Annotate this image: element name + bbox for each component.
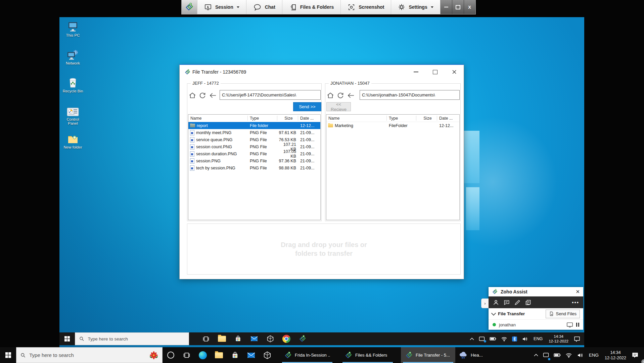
screen-share-icon[interactable] — [541, 347, 551, 363]
taskbar-app-files-folders[interactable]: Files && Folders — [340, 347, 395, 363]
action-center-icon[interactable]: 4 — [629, 347, 644, 363]
send-button[interactable]: Send >> — [293, 102, 321, 111]
cortana-button[interactable] — [163, 347, 179, 363]
remote-chrome-button[interactable] — [278, 332, 294, 345]
chat-button[interactable] — [503, 299, 510, 306]
wifi-icon[interactable] — [499, 332, 510, 345]
local-search-input[interactable] — [29, 352, 146, 358]
file-row[interactable]: session.PNG PNG File 97.36 KB 21-09... — [188, 157, 320, 164]
tray-chevron-up-icon[interactable] — [532, 347, 541, 363]
toolbar-minimize-button[interactable] — [441, 0, 452, 14]
remote-search-box[interactable] — [75, 332, 189, 345]
file-row[interactable]: monthly meet.PNG PNG File 97.61 KB 21-09… — [188, 129, 320, 136]
remote-zoho-assist-button[interactable] — [294, 332, 311, 345]
receive-button[interactable]: << Recieve — [326, 102, 351, 111]
speaker-icon[interactable] — [574, 347, 586, 363]
toolbar-close-button[interactable]: X — [464, 0, 475, 14]
dialog-maximize-button[interactable] — [431, 69, 439, 75]
home-button[interactable] — [188, 91, 196, 99]
drag-drop-zone[interactable]: Drag and drop your files or folders to t… — [187, 224, 461, 275]
local-path-input[interactable] — [220, 90, 321, 100]
widget-collapse-tab[interactable]: › — [481, 298, 489, 308]
annotate-button[interactable] — [514, 299, 521, 306]
toolbar-session-button[interactable]: Session — [197, 0, 246, 14]
assist-logo-tile[interactable] — [182, 0, 197, 14]
file-row[interactable]: session duration.PNG PNG File 107.05 KB … — [188, 150, 320, 157]
desktop-icon-this-pc[interactable]: This PC — [62, 19, 84, 37]
taskbar-app-frida-session[interactable]: Frida In-Session ... — [280, 347, 334, 363]
local-clock[interactable]: 14:34 12-12-2022 — [602, 350, 629, 361]
participants-button[interactable] — [493, 299, 499, 306]
local-store-button[interactable] — [227, 347, 243, 363]
toolbar-chat-button[interactable]: Chat — [246, 0, 282, 14]
refresh-button[interactable] — [198, 91, 206, 99]
monitor-icon[interactable] — [566, 322, 573, 328]
dialog-minimize-button[interactable] — [412, 69, 420, 75]
tray-chevron-up-icon[interactable] — [467, 332, 476, 345]
pause-button[interactable] — [576, 323, 579, 327]
local-language-indicator[interactable]: ENG — [586, 353, 602, 358]
remote-task-view-button[interactable] — [198, 332, 214, 345]
desktop-icon-recycle-bin[interactable]: Recycle Bin — [62, 75, 84, 93]
column-header-size[interactable]: Size — [416, 116, 437, 121]
back-button[interactable] — [209, 91, 217, 99]
back-button[interactable] — [347, 91, 355, 99]
file-row[interactable]: tech by session.PNG PNG File 98.88 KB 21… — [188, 164, 320, 171]
toolbar-screenshot-button[interactable]: Screenshot — [340, 0, 391, 14]
desktop-icon-new-folder[interactable]: New folder — [62, 131, 84, 149]
local-file-explorer-button[interactable] — [211, 347, 227, 363]
refresh-button[interactable] — [336, 91, 344, 99]
wifi-icon[interactable] — [563, 347, 574, 363]
remote-mail-button[interactable] — [246, 332, 262, 345]
file-row[interactable]: session count.PNG PNG File 107.21 KB 21-… — [188, 143, 320, 150]
column-header-name[interactable]: Name — [326, 116, 387, 121]
bluetooth-icon[interactable] — [510, 332, 519, 345]
remote-file-explorer-button[interactable] — [214, 332, 230, 345]
toolbar-settings-button[interactable]: Settings — [391, 0, 440, 14]
clipboard-button[interactable] — [525, 299, 532, 306]
desktop-icon-control-panel[interactable]: Control Panel — [62, 104, 84, 125]
remote-search-input[interactable] — [87, 336, 185, 342]
remote-start-button[interactable] — [59, 332, 75, 345]
speaker-icon[interactable] — [519, 332, 531, 345]
weather-widget-button[interactable]: Hea... — [455, 347, 486, 363]
toolbar-maximize-button[interactable] — [452, 0, 464, 14]
toolbar-files-folders-button[interactable]: Files & Folders — [282, 0, 340, 14]
toolbar-screenshot-label: Screenshot — [359, 4, 384, 10]
local-start-button[interactable] — [0, 347, 16, 363]
file-row[interactable]: Marketing FileFolder 12-12... — [326, 122, 459, 129]
file-row[interactable]: service queue.PNG PNG File 76.53 KB 21-0… — [188, 136, 320, 143]
remote-clock[interactable]: 14:34 12-12-2022 — [546, 334, 571, 344]
column-header-date[interactable]: Date ... — [437, 116, 459, 121]
desktop-icon-network[interactable]: Network — [62, 47, 84, 65]
more-options-icon[interactable]: ••• — [572, 301, 579, 304]
file-row[interactable]: report File folder 12-12... — [188, 122, 320, 129]
gear-icon — [398, 3, 405, 11]
screen-share-icon[interactable] — [476, 332, 487, 345]
dialog-title-bar[interactable]: File Transfer - 123456789 — [180, 65, 464, 79]
dialog-close-button[interactable] — [451, 69, 458, 75]
column-header-name[interactable]: Name — [188, 116, 248, 121]
widget-title: Zoho Assist — [501, 289, 573, 294]
edge-button[interactable] — [195, 347, 211, 363]
column-header-date[interactable]: Date ... — [298, 116, 320, 121]
action-center-icon[interactable] — [571, 332, 584, 345]
taskbar-app-file-transfer[interactable]: File Transfer - 5... — [401, 347, 455, 363]
local-search-box[interactable] — [16, 347, 163, 363]
local-3d-viewer-button[interactable] — [259, 347, 275, 363]
local-task-view-button[interactable] — [179, 347, 195, 363]
send-files-button[interactable]: Send Files — [546, 310, 580, 318]
home-button[interactable] — [326, 91, 334, 99]
column-header-type[interactable]: Type — [248, 116, 277, 121]
battery-icon[interactable] — [551, 347, 563, 363]
remote-3d-viewer-button[interactable] — [262, 332, 278, 345]
battery-icon[interactable] — [487, 332, 499, 345]
column-header-type[interactable]: Type — [387, 116, 416, 121]
widget-close-button[interactable]: ✕ — [576, 289, 580, 294]
chevron-down-icon[interactable] — [491, 311, 496, 316]
local-mail-button[interactable] — [243, 347, 259, 363]
remote-language-indicator[interactable]: ENG — [531, 336, 546, 341]
remote-path-input[interactable] — [360, 90, 460, 100]
remote-store-button[interactable] — [230, 332, 246, 345]
column-header-size[interactable]: Size — [277, 116, 298, 121]
